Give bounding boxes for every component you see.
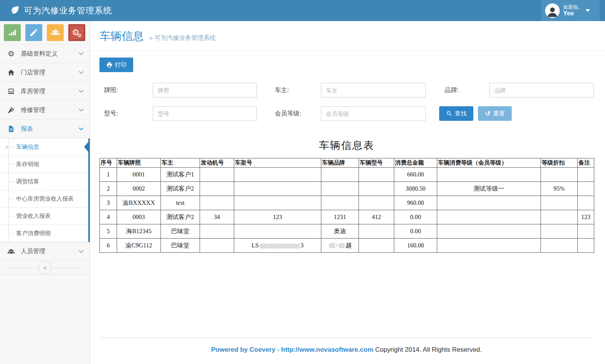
sidebar-item-revenue-report[interactable]: 营业收入报表	[0, 208, 88, 225]
sidebar-item-label: 库房管理	[21, 87, 79, 96]
table-cell: 3080.50	[394, 182, 437, 196]
sidebar: ⚙⚙ ⚙ 基础资料定义 门店管理 库房管理 维修管理 报表 › 车辆信息 库存明…	[0, 21, 90, 364]
sub-item-label: 库存明细	[16, 161, 39, 168]
chevron-down-icon	[79, 52, 84, 55]
table-cell	[200, 224, 234, 239]
user-menu[interactable]: 欢迎你, Yee	[541, 0, 600, 21]
sidebar-item-store-mgmt[interactable]: 门店管理	[0, 63, 90, 82]
member-level-input[interactable]	[321, 106, 426, 121]
app-title: 可为汽修业务管理系统	[24, 5, 112, 16]
table-cell	[234, 224, 321, 239]
search-label: 查找	[455, 110, 466, 117]
sidebar-item-customer-consumption[interactable]: 客户消费明细	[0, 225, 88, 242]
pencil-icon[interactable]	[25, 24, 42, 41]
table-cell: 奥迪	[321, 224, 359, 239]
top-header: 可为汽修业务管理系统 欢迎你, Yee	[0, 0, 605, 21]
sidebar-item-base-data[interactable]: ⚙ 基础资料定义	[0, 44, 90, 63]
gavel-icon	[7, 106, 16, 114]
table-cell: 6	[100, 239, 117, 253]
chevron-down-icon	[79, 90, 84, 93]
collapse-sidebar-button[interactable]: «	[38, 261, 51, 274]
table-cell	[321, 182, 359, 196]
print-button[interactable]: 打印	[99, 58, 133, 72]
table-cell	[578, 239, 594, 253]
sub-item-label: 调货结算	[16, 178, 39, 185]
chart-icon[interactable]	[4, 24, 21, 41]
brand-input[interactable]	[489, 83, 594, 97]
table-cell: 渝C9G112	[117, 239, 161, 253]
table-cell	[437, 224, 541, 239]
collapse-icon: «	[43, 264, 46, 272]
table-cell	[541, 196, 578, 210]
username: Yee	[563, 10, 574, 16]
table-cell: test	[161, 196, 200, 210]
table-cell	[321, 168, 359, 182]
chevron-down-icon	[79, 127, 84, 130]
chevron-down-icon	[79, 71, 84, 74]
sidebar-item-label: 门店管理	[21, 69, 79, 77]
table-cell: 渝BXXXXX	[117, 196, 161, 210]
chevron-down-icon	[585, 9, 590, 12]
table-cell	[234, 182, 321, 196]
reset-button[interactable]: ↺ 重置	[478, 106, 512, 121]
column-header: 车辆型号	[359, 158, 394, 168]
sidebar-item-label: 维修管理	[21, 106, 79, 114]
column-header: 车辆消费等级（会员等级）	[437, 158, 541, 168]
users-icon	[7, 248, 16, 255]
sidebar-item-warehouse-mgmt[interactable]: 库房管理	[0, 82, 90, 101]
leaf-icon	[10, 5, 20, 16]
table-cell: 测试客户2	[161, 210, 200, 224]
table-cell: 4	[100, 210, 117, 224]
table-cell	[541, 210, 578, 224]
column-header: 备注	[578, 158, 594, 168]
gears-icon[interactable]: ⚙⚙	[68, 24, 85, 41]
breadcrumb: » 可为汽修业务管理系统	[149, 34, 216, 42]
column-header: 车主	[161, 158, 200, 168]
model-label: 型号:	[104, 110, 153, 118]
table-cell	[578, 182, 594, 196]
sidebar-item-personnel-mgmt[interactable]: 人员管理	[0, 242, 90, 261]
owner-input[interactable]	[321, 83, 426, 97]
printer-icon	[106, 62, 112, 68]
owner-label: 车主:	[275, 86, 321, 94]
license-input[interactable]	[153, 83, 257, 97]
toolbar: 打印	[99, 58, 605, 72]
sub-item-label: 中心库房营业收入报表	[16, 195, 74, 203]
sidebar-item-repair-mgmt[interactable]: 维修管理	[0, 101, 90, 120]
search-button[interactable]: 查找	[439, 106, 473, 121]
redacted-pixelated-text	[339, 243, 345, 248]
table-cell: 5	[100, 224, 117, 239]
reset-label: 重置	[493, 110, 505, 117]
powered-by-link[interactable]: Powered by Coevery - http://www.novasoft…	[211, 346, 374, 353]
table-cell: 0003	[117, 210, 161, 224]
table-cell: 1231	[321, 210, 359, 224]
sub-item-label: 客户消费明细	[16, 230, 51, 237]
form-buttons: 查找 ↺ 重置	[439, 106, 594, 121]
page-header: 车辆信息 » 可为汽修业务管理系统	[91, 21, 605, 51]
table-cell	[200, 182, 234, 196]
table-cell: 160.00	[394, 239, 437, 253]
table-row: 5海B12345巴味堂奥迪0.00	[100, 224, 594, 239]
chevron-down-icon	[79, 109, 84, 112]
table-cell	[359, 239, 394, 253]
table-cell: 测试客户1	[161, 168, 200, 182]
users-icon[interactable]	[47, 24, 64, 41]
sidebar-item-transfer-settle[interactable]: 调货结算	[0, 173, 88, 190]
sidebar-item-reports[interactable]: 报表	[0, 120, 90, 138]
table-cell	[359, 168, 394, 182]
table-cell	[321, 196, 359, 210]
sidebar-item-inventory-detail[interactable]: 库存明细	[0, 156, 88, 173]
table-cell: LS3	[234, 239, 321, 253]
model-input[interactable]	[153, 106, 257, 121]
table-cell: 0.00	[394, 224, 437, 239]
sidebar-item-central-warehouse-revenue[interactable]: 中心库房营业收入报表	[0, 190, 88, 208]
table-row: 6渝C9G112巴味堂LS3·越160.00	[100, 239, 594, 253]
search-icon	[446, 110, 452, 117]
table-cell: 1	[100, 168, 117, 182]
column-header: 等级折扣	[541, 158, 578, 168]
sidebar-item-label: 报表	[21, 125, 79, 133]
table-cell: 960.00	[394, 196, 437, 210]
reset-icon: ↺	[485, 110, 490, 117]
table-cell: 660.00	[394, 168, 437, 182]
sidebar-item-vehicle-info[interactable]: › 车辆信息	[0, 138, 88, 156]
